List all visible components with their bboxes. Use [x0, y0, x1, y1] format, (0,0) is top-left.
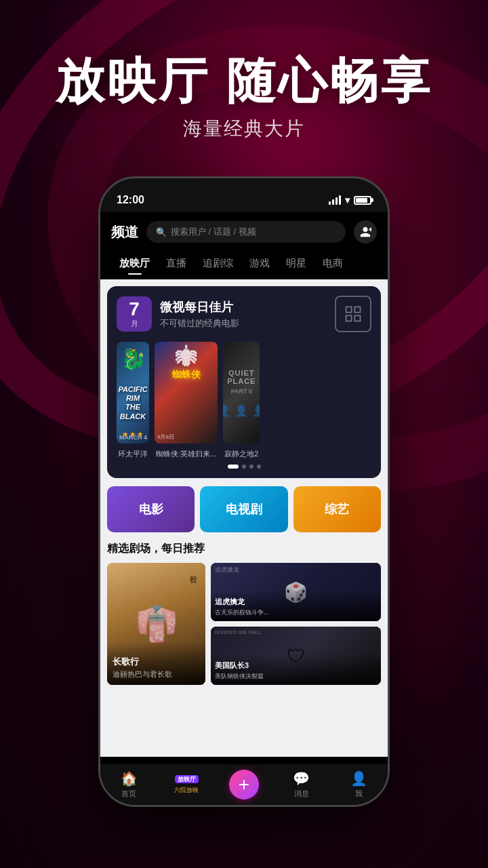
- rec-desc-main: 迪丽热巴与君长歌: [113, 669, 200, 679]
- nav-home-label: 首页: [121, 789, 136, 799]
- movie-item-1[interactable]: 🐉 PACIFIC RIMTHE BLACK MARCH 4 ★ ★ ★: [117, 342, 149, 459]
- messages-icon: 💬: [293, 770, 310, 787]
- header-logo: 频道: [111, 223, 138, 241]
- category-tv[interactable]: 电视剧: [200, 486, 287, 532]
- rec-item-sm-1[interactable]: 🎲 追虎擒龙 追虎擒龙 古天乐的权钱斗争...: [211, 563, 381, 621]
- dot-4: [257, 465, 261, 469]
- nav-fangying-label: 六院放映: [174, 786, 199, 795]
- category-row: 电影 电视剧 综艺: [100, 478, 388, 532]
- rec-row: 长歌行 👘 长歌行 迪丽热巴与君长歌: [107, 563, 381, 685]
- battery-icon: [354, 196, 371, 205]
- banner-header: 7 月 微视每日佳片 不可错过的经典电影: [117, 296, 371, 332]
- dot-3: [249, 465, 253, 469]
- svg-rect-0: [346, 307, 352, 313]
- banner-subtitle: 不可错过的经典电影: [160, 317, 239, 330]
- home-icon: 🏠: [121, 770, 138, 787]
- profile-icon: 👤: [350, 770, 367, 787]
- app-header: 频道 🔍 搜索用户 / 话题 / 视频: [100, 212, 388, 252]
- tab-star[interactable]: 明星: [278, 254, 314, 273]
- tab-live[interactable]: 直播: [158, 254, 195, 273]
- svg-rect-3: [354, 315, 360, 321]
- fangying-badge: 放映厅: [175, 775, 199, 783]
- rec-label-main: 长歌行 迪丽热巴与君长歌: [107, 642, 205, 685]
- rec-items-stack: 🎲 追虎擒龙 追虎擒龙 古天乐的权钱斗争...: [211, 563, 381, 685]
- tab-ecommerce[interactable]: 电商: [314, 254, 351, 273]
- plus-button[interactable]: +: [229, 770, 259, 800]
- banner-logo: [335, 296, 371, 332]
- search-icon: 🔍: [156, 227, 167, 237]
- movies-row: 🐉 PACIFIC RIMTHE BLACK MARCH 4 ★ ★ ★: [117, 342, 371, 459]
- hero-title: 放映厅 随心畅享: [0, 54, 488, 108]
- nav-messages[interactable]: 💬 消息: [272, 770, 330, 799]
- rec-name-main: 长歌行: [113, 656, 200, 668]
- hero-section: 放映厅 随心畅享 海量经典大片: [0, 0, 488, 142]
- movie-poster-2: 🕷 蜘蛛侠 9月8日: [155, 342, 218, 443]
- nav-home[interactable]: 🏠 首页: [100, 770, 158, 799]
- phone-mockup: 12:00 ▾ 频道 🔍 搜索用户: [98, 176, 390, 807]
- movie-caption-1: 环太平洋: [117, 449, 149, 459]
- banner-title-area: 微视每日佳片 不可错过的经典电影: [160, 299, 239, 330]
- month-badge: 7 月: [117, 296, 152, 332]
- rec-item-sm-2[interactable]: 🛡 DIVIDED WE FALL 美国队长3 美队钢铁侠决裂篇: [211, 627, 381, 685]
- bottom-nav: 🏠 首页 放映厅 六院放映 + 💬 消息 👤: [100, 764, 388, 805]
- movie-poster-3: QUIET PLACE PART II 👤 👤 👤: [223, 342, 260, 443]
- rec-label-sm-2: 美国队长3 美队钢铁侠决裂篇: [211, 654, 381, 685]
- phone-content: 频道 🔍 搜索用户 / 话题 / 视频 放映厅 直播 追剧综 游戏 明星 电: [100, 212, 388, 805]
- rec-desc-sm-1: 古天乐的权钱斗争...: [215, 608, 377, 617]
- status-bar: 12:00 ▾: [100, 178, 388, 212]
- banner-title: 微视每日佳片: [160, 299, 239, 315]
- main-scroll-area[interactable]: 7 月 微视每日佳片 不可错过的经典电影: [100, 279, 388, 757]
- category-movie[interactable]: 电影: [107, 486, 195, 532]
- banner-card: 7 月 微视每日佳片 不可错过的经典电影: [107, 286, 381, 478]
- movie-item-2[interactable]: 🕷 蜘蛛侠 9月8日 蜘蛛侠:英雄归来...: [155, 342, 218, 459]
- dragon-icon: 🐉: [117, 347, 149, 371]
- poster-text-1: PACIFIC RIMTHE BLACK: [118, 385, 147, 421]
- add-user-icon: [359, 226, 371, 238]
- month-label: 月: [131, 319, 138, 329]
- nav-profile-label: 我: [355, 789, 363, 799]
- tab-games[interactable]: 游戏: [241, 254, 278, 273]
- rec-section: 精选剧场，每日推荐 长歌行 👘: [100, 532, 388, 690]
- search-placeholder: 搜索用户 / 话题 / 视频: [171, 226, 256, 238]
- movie-poster-1: 🐉 PACIFIC RIMTHE BLACK MARCH 4 ★ ★ ★: [117, 342, 149, 443]
- spiderman-icon: 🕷: [155, 345, 218, 370]
- status-icons: ▾: [329, 195, 371, 205]
- rec-name-sm-2: 美国队长3: [215, 660, 377, 671]
- wifi-icon: ▾: [345, 195, 350, 205]
- svg-rect-1: [354, 307, 360, 313]
- status-time: 12:00: [117, 194, 144, 206]
- dot-2: [242, 465, 246, 469]
- nav-tabs: 放映厅 直播 追剧综 游戏 明星 电商: [100, 252, 388, 279]
- tab-fangying[interactable]: 放映厅: [111, 254, 158, 273]
- nav-messages-label: 消息: [294, 789, 309, 799]
- phone-frame: 12:00 ▾ 频道 🔍 搜索用户: [98, 176, 390, 807]
- add-user-button[interactable]: [354, 220, 377, 243]
- hero-subtitle: 海量经典大片: [0, 116, 488, 142]
- tab-drama[interactable]: 追剧综: [195, 254, 241, 273]
- rec-title: 精选剧场，每日推荐: [107, 542, 381, 556]
- search-bar[interactable]: 🔍 搜索用户 / 话题 / 视频: [146, 221, 346, 243]
- movie-caption-2: 蜘蛛侠:英雄归来...: [155, 449, 218, 459]
- month-number: 7: [129, 300, 140, 319]
- category-variety[interactable]: 综艺: [293, 486, 381, 532]
- nav-fangying[interactable]: 放映厅 六院放映: [158, 774, 216, 795]
- signal-icon: [329, 195, 341, 205]
- nav-profile[interactable]: 👤 我: [330, 770, 388, 799]
- dot-1: [228, 465, 239, 469]
- nav-plus[interactable]: +: [216, 770, 273, 800]
- carousel-dots: [117, 465, 371, 469]
- rec-name-sm-1: 追虎擒龙: [215, 597, 377, 607]
- rec-desc-sm-2: 美队钢铁侠决裂篇: [215, 672, 377, 681]
- rec-label-sm-1: 追虎擒龙 古天乐的权钱斗争...: [211, 590, 381, 621]
- svg-rect-2: [346, 315, 352, 321]
- movie-caption-3: 寂静之地2: [223, 449, 260, 459]
- rec-item-main[interactable]: 长歌行 👘 长歌行 迪丽热巴与君长歌: [107, 563, 205, 685]
- movie-item-3[interactable]: QUIET PLACE PART II 👤 👤 👤: [223, 342, 260, 459]
